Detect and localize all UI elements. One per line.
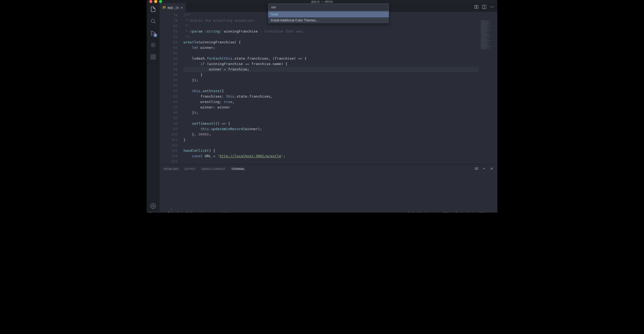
more-actions-icon[interactable] [490,5,494,10]
panel-tab-output[interactable]: OUTPUT [185,168,196,171]
compare-icon[interactable] [474,5,478,10]
panel-tab-terminal[interactable]: TERMINAL [231,168,245,171]
editor-area: JS app.js × Nord Install Additional Colo… [160,3,497,212]
status-spaces[interactable]: Spaces: 4 [425,212,438,213]
code-line[interactable]: winner = franchise; [183,67,478,72]
line-number: 103 [160,148,178,153]
status-encoding[interactable]: UTF-8 [442,212,450,213]
svg-point-21 [168,212,170,213]
code-line[interactable]: } [183,137,478,143]
status-blame[interactable]: Blame Wade Anderson ( 38 days ago ) [186,212,241,213]
line-number: 85 [160,50,178,56]
minimap-content [481,20,496,63]
svg-rect-17 [475,168,478,170]
code-line[interactable] [183,83,478,88]
code-line[interactable] [183,115,478,121]
debug-icon[interactable] [150,41,157,49]
settings-gear-icon[interactable] [150,203,157,210]
code-line[interactable]: */ [183,34,478,40]
code-line[interactable]: let winner; [183,45,478,50]
panel-tab-debug-console[interactable]: DEBUG CONSOLE [202,168,225,171]
code-line[interactable]: }); [183,110,478,115]
code-line[interactable]: wrestle(winningFranchise) { [183,40,478,45]
minimap[interactable] [478,12,497,164]
panel-tab-problems[interactable]: PROBLEMS [163,168,179,171]
source-control-icon[interactable]: 2 [150,30,157,37]
vscode-window: app.js — demo 2 [147,0,497,213]
line-number: 80 [160,23,178,29]
code-line[interactable]: this.setState({ [183,88,478,94]
svg-point-1 [151,31,152,32]
breadcrumb: › [160,207,497,212]
code-line[interactable]: }); [183,78,478,83]
status-position[interactable]: Ln 88, Col 36 [403,212,421,213]
editor-pane[interactable]: 7879808182838485868788899091929394959697… [160,12,497,164]
panel-clear-icon[interactable] [475,167,478,171]
status-errors[interactable]: 0 [167,212,173,213]
scm-badge: 2 [153,33,157,37]
line-number: 104 [160,153,178,159]
status-branch[interactable]: master* [149,212,164,213]
explorer-icon[interactable] [150,6,157,13]
code-line[interactable]: this.updateWinRecord(winner); [183,126,478,132]
panel-close-icon[interactable] [490,167,494,171]
terminal-body[interactable] [160,173,497,207]
code-line[interactable]: }, 3000); [183,132,478,137]
code-line[interactable]: wrestling: true, [183,99,478,105]
svg-rect-6 [154,55,155,56]
code-line[interactable]: if (winningFranchise == franchise.name) … [183,61,478,67]
code-line[interactable] [183,159,478,164]
line-number: 95 [160,105,178,110]
status-bar: master* 0 1 Blame Wade Anderson ( 38 day… [147,212,497,213]
command-palette: Nord Install Additional Color Themes... [268,3,389,24]
line-number: 97 [160,115,178,121]
status-lang[interactable]: JavaScript [461,212,475,213]
status-eol[interactable]: LF [454,212,458,213]
line-number: 86 [160,56,178,61]
code-content[interactable]: /** * Starts the wrestling animation. * … [183,12,478,164]
line-number: 84 [160,45,178,50]
panel-maximize-icon[interactable] [482,167,486,171]
quick-item-nord[interactable]: Nord [268,11,389,17]
activity-bar: 2 [147,3,160,212]
breadcrumb-arrow: › [170,207,172,211]
code-line[interactable]: winner: winner [183,105,478,110]
line-number: 94 [160,99,178,105]
tab-app-js[interactable]: JS app.js × [160,3,186,12]
split-editor-icon[interactable] [482,5,486,10]
line-number: 81 [160,29,178,34]
svg-point-18 [150,212,151,213]
svg-point-14 [491,7,491,7]
svg-point-16 [493,7,494,7]
status-warnings[interactable]: 1 [176,212,182,213]
status-eslint[interactable]: ESLint [479,212,488,213]
minimize-window-button[interactable] [154,0,157,3]
status-feedback-icon[interactable]: ☺ [492,212,495,213]
code-line[interactable]: setTimeout(() => { [183,121,478,126]
quick-item-install-themes[interactable]: Install Additional Color Themes... [268,17,389,23]
code-line[interactable] [183,50,478,56]
line-number: 92 [160,88,178,94]
panel-tabs: PROBLEMS OUTPUT DEBUG CONSOLE TERMINAL [160,165,497,173]
code-line[interactable]: * [183,23,478,29]
code-line[interactable]: * @param {string} winningFranchise - fra… [183,29,478,34]
search-icon[interactable] [150,18,157,25]
code-line[interactable]: const URL = 'http://localhost:3001/wrest… [183,153,478,159]
line-number: 105 [160,159,178,164]
line-number: 96 [160,110,178,115]
line-number: 87 [160,61,178,67]
command-palette-input[interactable] [269,4,388,10]
close-window-button[interactable] [149,0,152,3]
code-line[interactable]: lodash.forEach(this.state.franchises, (f… [183,56,478,61]
line-number: 102 [160,143,178,148]
line-gutter: 7879808182838485868788899091929394959697… [160,12,183,164]
code-line[interactable] [183,143,478,148]
code-line[interactable]: } [183,72,478,78]
tab-close-icon[interactable]: × [181,5,183,10]
code-line[interactable]: handleClick() { [183,148,478,153]
extensions-icon[interactable] [150,53,157,60]
code-line[interactable]: franchises: this.state.franchises, [183,94,478,99]
line-number: 78 [160,12,178,18]
maximize-window-button[interactable] [159,0,162,3]
svg-point-0 [151,19,155,23]
